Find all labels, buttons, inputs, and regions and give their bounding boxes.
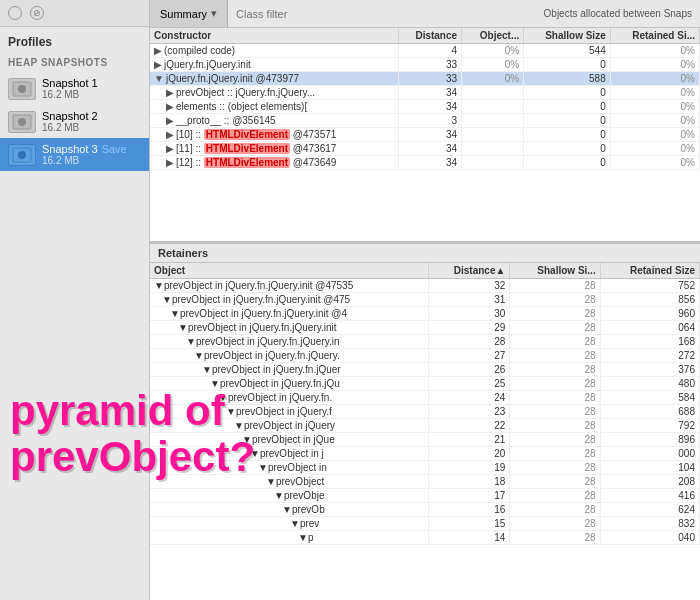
cell-constructor: ▶[11] :: HTMLDivElement @473617 (150, 142, 399, 156)
lower-table-row[interactable]: ▼prevObject in jQuery.fn.jQuery. 27 28 2… (150, 349, 700, 363)
cell-shallow-pct: 0% (610, 114, 699, 128)
lower-table-row[interactable]: ▼prevObject in jQuery.f 23 28 688 (150, 405, 700, 419)
lower-table-header: Object Distance▲ Shallow Si... Retained … (150, 263, 700, 279)
snapshot-3-size: 16.2 MB (42, 155, 127, 166)
snapshot-3-info: Snapshot 3Save 16.2 MB (42, 143, 127, 166)
upper-table[interactable]: Constructor Distance Object... Shallow S… (150, 28, 700, 243)
cell-object: ▼prev (150, 517, 429, 531)
col-shallow: Shallow Size (524, 28, 610, 44)
snapshot-3-item[interactable]: Snapshot 3Save 16.2 MB (0, 138, 149, 171)
cell-distance2: 23 (429, 405, 510, 419)
cell-shallow2: 752 (600, 279, 699, 293)
upper-table-row[interactable]: ▶__proto__ :: @356145 3 0 0% (150, 114, 700, 128)
cell-shallow-val: 0 (524, 114, 610, 128)
cell-shallow2: 792 (600, 419, 699, 433)
lower-table-row[interactable]: ▼prevObject in j 20 28 000 (150, 447, 700, 461)
cell-obj-pct: 0% (462, 72, 524, 86)
lower-table-row[interactable]: ▼prevObject in jQuery.fn.jQuery.in 28 28… (150, 335, 700, 349)
lower-table-row[interactable]: ▼prevObject in jQuery.fn.jQu 25 28 480 (150, 377, 700, 391)
lower-table-row[interactable]: ▼prevObject in jQuery.fn.jQuery.init @47… (150, 293, 700, 307)
cell-distance2: 21 (429, 433, 510, 447)
snapshot-2-icon (8, 111, 36, 133)
lower-table-row[interactable]: ▼prevObject in jQuery.fn.jQuery.init @47… (150, 279, 700, 293)
cell-distance2: 14 (429, 531, 510, 545)
lower-table-row[interactable]: ▼prev 15 28 832 (150, 517, 700, 531)
cell-object: ▼prevObject in j (150, 447, 429, 461)
cell-constructor: ▶prevObject :: jQuery.fn.jQuery... (150, 86, 399, 100)
cell-shallow2: 168 (600, 335, 699, 349)
cell-d2: 28 (510, 363, 600, 377)
cell-d2: 28 (510, 475, 600, 489)
upper-table-row[interactable]: ▶[11] :: HTMLDivElement @473617 34 0 0% (150, 142, 700, 156)
cell-distance: 33 (399, 72, 462, 86)
snapshot-1-item[interactable]: Snapshot 1 16.2 MB (0, 72, 149, 105)
cell-object: ▼prevObject in jQue (150, 433, 429, 447)
class-filter-input[interactable] (228, 8, 536, 20)
upper-table-row[interactable]: ▶[12] :: HTMLDivElement @473649 34 0 0% (150, 156, 700, 170)
cell-distance: 4 (399, 44, 462, 58)
cell-constructor: ▼jQuery.fn.jQuery.init @473977 (150, 72, 399, 86)
cell-object: ▼p (150, 531, 429, 545)
sidebar: ⊘ Profiles HEAP SNAPSHOTS Snapshot 1 16.… (0, 0, 150, 600)
cell-constructor: ▶elements :: (object elements)[ (150, 100, 399, 114)
cell-shallow-val: 588 (524, 72, 610, 86)
cell-shallow2: 104 (600, 461, 699, 475)
cell-distance2: 29 (429, 321, 510, 335)
cell-distance2: 16 (429, 503, 510, 517)
lower-table-row[interactable]: ▼prevObject in jQuery.fn.jQuery.init 29 … (150, 321, 700, 335)
lower-table[interactable]: Object Distance▲ Shallow Si... Retained … (150, 263, 700, 600)
main-panel: Summary ▾ Objects allocated between Snap… (150, 0, 700, 600)
cell-obj-pct (462, 86, 524, 100)
snapshot-1-icon (8, 78, 36, 100)
snapshot-3-icon (8, 144, 36, 166)
stop-button[interactable]: ⊘ (30, 6, 44, 20)
upper-table-body: ▶(compiled code) 4 0% 544 0% ▶jQuery.fn.… (150, 44, 700, 170)
cell-constructor: ▶[12] :: HTMLDivElement @473649 (150, 156, 399, 170)
profiles-heading: Profiles (0, 27, 149, 53)
lower-table-row[interactable]: ▼prevObject in jQuery.fn.jQuery.init @4 … (150, 307, 700, 321)
upper-table-row[interactable]: ▶prevObject :: jQuery.fn.jQuery... 34 0 … (150, 86, 700, 100)
cell-distance2: 24 (429, 391, 510, 405)
cell-obj-pct (462, 100, 524, 114)
snapshot-1-name: Snapshot 1 (42, 77, 98, 89)
cell-obj-pct (462, 114, 524, 128)
cell-constructor: ▶[10] :: HTMLDivElement @473571 (150, 128, 399, 142)
lower-table-row[interactable]: ▼prevObject 18 28 208 (150, 475, 700, 489)
upper-table-row[interactable]: ▶(compiled code) 4 0% 544 0% (150, 44, 700, 58)
upper-table-row[interactable]: ▼jQuery.fn.jQuery.init @473977 33 0% 588… (150, 72, 700, 86)
svg-point-1 (18, 85, 26, 93)
lower-table-row[interactable]: ▼prevObject in 19 28 104 (150, 461, 700, 475)
cell-d2: 28 (510, 531, 600, 545)
cell-object: ▼prevObject in jQuery.fn.jQuery. (150, 349, 429, 363)
upper-table-row[interactable]: ▶[10] :: HTMLDivElement @473571 34 0 0% (150, 128, 700, 142)
upper-table-row[interactable]: ▶jQuery.fn.jQuery.init 33 0% 0 0% (150, 58, 700, 72)
cell-object: ▼prevObject in jQuery.f (150, 405, 429, 419)
cell-constructor: ▶(compiled code) (150, 44, 399, 58)
cell-distance2: 19 (429, 461, 510, 475)
snapshot-2-info: Snapshot 2 16.2 MB (42, 110, 98, 133)
cell-obj-pct (462, 142, 524, 156)
cell-d2: 28 (510, 433, 600, 447)
cell-shallow-val: 0 (524, 100, 610, 114)
lower-table-row[interactable]: ▼prevObject in jQuery 22 28 792 (150, 419, 700, 433)
cell-shallow2: 688 (600, 405, 699, 419)
cell-object: ▼prevObject in jQuery.fn.jQuery.in (150, 335, 429, 349)
snapshot-2-item[interactable]: Snapshot 2 16.2 MB (0, 105, 149, 138)
svg-point-3 (18, 118, 26, 126)
cell-shallow-pct: 0% (610, 58, 699, 72)
lower-table-row[interactable]: ▼prevObje 17 28 416 (150, 489, 700, 503)
cell-object: ▼prevObject in jQuery.fn.jQuery.init @47… (150, 293, 429, 307)
lower-table-row[interactable]: ▼prevObject in jQue 21 28 896 (150, 433, 700, 447)
close-button[interactable] (8, 6, 22, 20)
upper-table-row[interactable]: ▶elements :: (object elements)[ 34 0 0% (150, 100, 700, 114)
cell-shallow2: 000 (600, 447, 699, 461)
lower-table-row[interactable]: ▼p 14 28 040 (150, 531, 700, 545)
summary-tab[interactable]: Summary ▾ (150, 0, 228, 27)
lower-table-row[interactable]: ▼prevObject in jQuery.fn. 24 28 584 (150, 391, 700, 405)
summary-dropdown-arrow: ▾ (211, 7, 217, 20)
lower-table-row[interactable]: ▼prevOb 16 28 624 (150, 503, 700, 517)
col-shallow2: Shallow Si... (510, 263, 600, 279)
lower-table-row[interactable]: ▼prevObject in jQuery.fn.jQuer 26 28 376 (150, 363, 700, 377)
cell-object: ▼prevObject in jQuery.fn.jQuery.init @4 (150, 307, 429, 321)
cell-shallow-val: 0 (524, 142, 610, 156)
